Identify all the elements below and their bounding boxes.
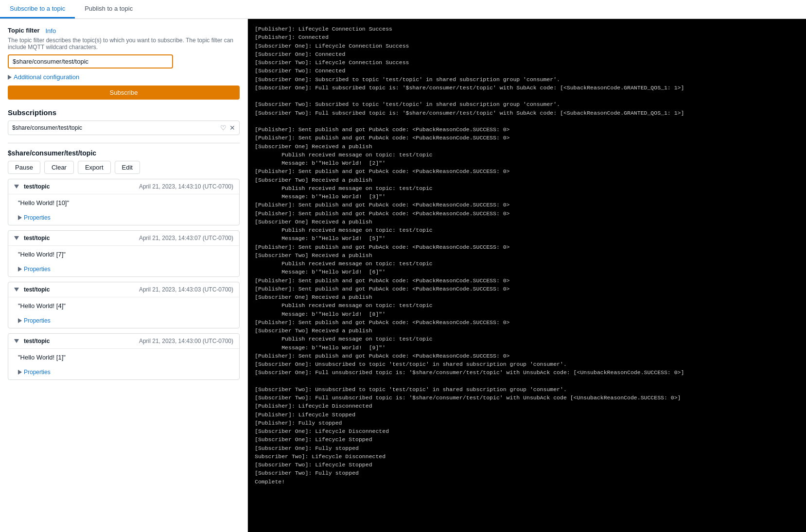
message-topic: test/topic: [24, 183, 50, 190]
chevron-right-icon: [18, 267, 22, 272]
terminal-line: [Subscriber One]: Lifecycle Connection S…: [255, 42, 799, 50]
terminal-line: [Subscriber One]: Subscribed to topic 't…: [255, 75, 799, 84]
expand-icon[interactable]: [14, 339, 19, 343]
terminal-line: Message: b'"Hello World! [5]"': [255, 234, 799, 242]
properties-label: Properties: [24, 317, 51, 324]
message-entry: test/topic April 21, 2023, 14:43:03 (UTC…: [8, 282, 240, 328]
terminal-line: [Subscriber Two] Received a publish: [255, 326, 799, 335]
terminal-line: [Subscriber Two]: Full unsubscribed topi…: [255, 394, 799, 402]
properties-toggle[interactable]: Properties: [18, 369, 229, 376]
terminal-line: Publish received message on topic: test/…: [255, 184, 799, 192]
terminal-line: [Publisher]: Sent publish and got PubAck…: [255, 352, 799, 360]
message-timestamp: April 21, 2023, 14:43:07 (UTC-0700): [139, 235, 233, 241]
edit-button[interactable]: Edit: [115, 161, 140, 174]
expand-icon[interactable]: [14, 288, 19, 292]
message-list: test/topic April 21, 2023, 14:43:10 (UTC…: [8, 179, 240, 380]
terminal-line: [Subscriber One]: Lifecycle Stopped: [255, 435, 799, 444]
terminal-line: [Subscriber Two]: Lifecycle Stopped: [255, 461, 799, 469]
main-layout: Topic filter Info The topic filter descr…: [0, 19, 806, 532]
properties-label: Properties: [24, 214, 51, 221]
properties-toggle[interactable]: Properties: [18, 266, 229, 273]
left-panel: Topic filter Info The topic filter descr…: [0, 19, 248, 532]
terminal-line: [Subscriber One]: Lifecycle Disconnected: [255, 427, 799, 435]
terminal-line: [Subscriber Two]: Connected: [255, 67, 799, 75]
info-link[interactable]: Info: [45, 27, 56, 34]
terminal-line: [Subscriber Two] Received a publish: [255, 176, 799, 184]
close-icon[interactable]: ✕: [229, 124, 235, 132]
messages-toolbar: Pause Clear Export Edit: [8, 161, 240, 174]
terminal-line: [Subscriber One]: Unsubscribed to topic …: [255, 360, 799, 368]
topic-filter-helper: The topic filter describes the topic(s) …: [8, 37, 240, 51]
message-topic: test/topic: [24, 338, 50, 344]
messages-panel: $share/consumer/test/topic Pause Clear E…: [8, 143, 240, 385]
terminal-line: Publish received message on topic: test/…: [255, 259, 799, 268]
terminal-line: [Publisher]: Sent publish and got PubAck…: [255, 318, 799, 326]
message-properties: Properties: [8, 211, 239, 225]
terminal-line: [Publisher]: Sent publish and got PubAck…: [255, 201, 799, 209]
message-topic: test/topic: [24, 235, 50, 241]
chevron-right-icon: [18, 215, 22, 220]
terminal-line: [Subscriber One]: Fully stopped: [255, 444, 799, 452]
expand-icon[interactable]: [14, 236, 19, 240]
export-button[interactable]: Export: [78, 161, 111, 174]
sub-icons: ♡ ✕: [220, 124, 235, 132]
message-timestamp: April 21, 2023, 14:43:00 (UTC-0700): [139, 338, 233, 344]
terminal-line: [Publisher]: Sent publish and got PubAck…: [255, 134, 799, 142]
chevron-right-icon: [8, 75, 12, 80]
terminal-line: Publish received message on topic: test/…: [255, 226, 799, 234]
terminal-line: Message: b'"Hello World! [3]"': [255, 192, 799, 201]
message-entry-header: test/topic April 21, 2023, 14:43:00 (UTC…: [8, 334, 239, 349]
tab-bar: Subscribe to a topic Publish to a topic: [0, 0, 806, 19]
terminal-output: [Publisher]: Lifecycle Connection Succes…: [255, 25, 799, 486]
terminal-line: [Publisher]: Lifecycle Connection Succes…: [255, 25, 799, 33]
topic-filter-label-row: Topic filter Info: [8, 27, 240, 35]
terminal-line: [Subscriber One]: Full subscribed topic …: [255, 84, 799, 92]
expand-icon[interactable]: [14, 185, 19, 189]
terminal-line: Publish received message on topic: test/…: [255, 301, 799, 309]
terminal-line: [Subscriber Two]: Full subscribed topic …: [255, 109, 799, 117]
message-entry: test/topic April 21, 2023, 14:43:00 (UTC…: [8, 333, 240, 380]
subscription-item: $share/consumer/test/topic ♡ ✕: [8, 120, 240, 135]
message-timestamp: April 21, 2023, 14:43:03 (UTC-0700): [139, 286, 233, 293]
additional-config-toggle[interactable]: Additional configuration: [8, 73, 240, 81]
terminal-line: [Publisher]: Lifecycle Disconnected: [255, 402, 799, 410]
pause-button[interactable]: Pause: [8, 161, 40, 174]
properties-toggle[interactable]: Properties: [18, 214, 229, 221]
topic-filter-input[interactable]: [8, 54, 173, 69]
message-entry-header: test/topic April 21, 2023, 14:43:07 (UTC…: [8, 231, 239, 246]
heart-icon[interactable]: ♡: [220, 124, 227, 132]
terminal-line: [Subscriber One] Received a publish: [255, 218, 799, 226]
terminal-line: [Publisher]: Sent publish and got PubAck…: [255, 125, 799, 134]
clear-button[interactable]: Clear: [44, 161, 74, 174]
additional-config-label: Additional configuration: [14, 73, 79, 81]
message-body: "Hello World! [10]": [8, 194, 239, 211]
tab-subscribe[interactable]: Subscribe to a topic: [0, 0, 75, 18]
terminal-line: [Subscriber One] Received a publish: [255, 142, 799, 151]
chevron-right-icon: [18, 318, 22, 323]
terminal-line: [255, 377, 799, 385]
message-body: "Hello World! [7]": [8, 246, 239, 263]
tab-publish[interactable]: Publish to a topic: [75, 0, 142, 18]
terminal-line: [Publisher]: Sent publish and got PubAck…: [255, 209, 799, 218]
message-properties: Properties: [8, 314, 239, 328]
properties-toggle[interactable]: Properties: [18, 317, 229, 324]
message-entry-header: test/topic April 21, 2023, 14:43:03 (UTC…: [8, 282, 239, 297]
subscribe-button[interactable]: Subscribe: [8, 86, 240, 100]
properties-label: Properties: [24, 369, 51, 376]
message-topic: test/topic: [24, 286, 50, 293]
terminal-line: [Publisher]: Sent publish and got PubAck…: [255, 276, 799, 285]
topic-filter-label: Topic filter: [8, 27, 39, 34]
terminal-line: [Subscriber One] Received a publish: [255, 293, 799, 301]
terminal-line: Message: b'"Hello World! [6]"': [255, 268, 799, 276]
terminal-line: Subscriber Two]: Lifecycle Disconnected: [255, 452, 799, 461]
message-entry-header: test/topic April 21, 2023, 14:43:10 (UTC…: [8, 179, 239, 194]
terminal-line: [255, 117, 799, 125]
terminal-line: Complete!: [255, 478, 799, 486]
terminal-line: Publish received message on topic: test/…: [255, 335, 799, 343]
terminal-line: [Subscriber One]: Full unsubscribed topi…: [255, 368, 799, 377]
terminal-line: [Publisher]: Sent publish and got PubAck…: [255, 167, 799, 175]
message-properties: Properties: [8, 263, 239, 276]
subscriptions-title: Subscriptions: [8, 108, 240, 117]
terminal-line: [Subscriber One]: Connected: [255, 50, 799, 58]
terminal-line: [Subscriber Two]: Unsubscribed to topic …: [255, 385, 799, 394]
